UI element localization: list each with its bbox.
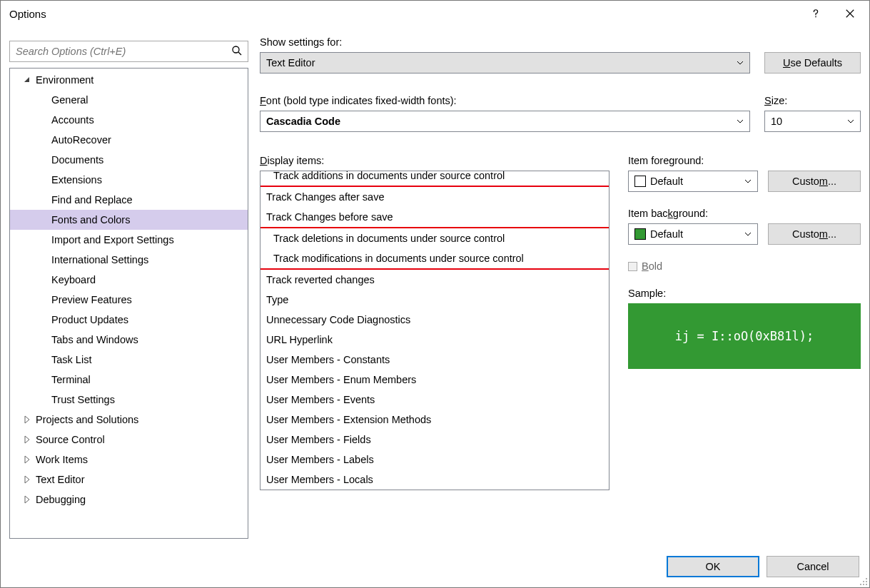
tree-item-label: Documents [51,154,103,166]
window-title: Options [9,8,46,20]
tree-item-preview-features[interactable]: Preview Features [10,290,248,310]
display-item[interactable]: Type [261,290,609,310]
use-defaults-button[interactable]: Use Defaults [764,52,861,74]
display-item[interactable]: User Members - Extension Methods [261,410,609,430]
tree-item-extensions[interactable]: Extensions [10,170,248,190]
tree-item-task-list[interactable]: Task List [10,350,248,370]
checkbox-icon [628,262,637,271]
custom-foreground-button[interactable]: Custom... [768,171,861,192]
display-item[interactable]: Track Changes before save [261,207,609,227]
tree-item-label: Keyboard [51,274,96,285]
custom-background-button[interactable]: Custom... [768,223,861,245]
display-item[interactable]: User Members - Labels [261,450,609,470]
help-icon [811,9,821,19]
tree-item-label: Work Items [36,454,88,465]
tree-item-accounts[interactable]: Accounts [10,110,248,130]
tree-item-label: Task List [51,354,91,365]
expander-closed-icon[interactable] [23,415,31,424]
display-item[interactable]: User Members - Fields [261,430,609,450]
display-items-listbox[interactable]: Tracepoint (Error)Tracepoint (Warning)Tr… [260,171,609,490]
item-foreground-dropdown[interactable]: Default [628,171,758,192]
tree-item-label: Source Control [36,434,105,445]
display-item[interactable]: User Members - Locals [261,470,609,490]
tree-item-tabs-and-windows[interactable]: Tabs and Windows [10,330,248,350]
display-item[interactable]: Track deletions in documents under sourc… [268,228,602,248]
tree-item-source-control[interactable]: Source Control [10,430,248,450]
expander-closed-icon[interactable] [23,435,31,444]
show-settings-value: Text Editor [266,57,315,69]
tree-item-projects-and-solutions[interactable]: Projects and Solutions [10,410,248,430]
display-item[interactable]: User Members - Constants [261,350,609,370]
item-background-label: Item background: [628,208,861,219]
tree-item-terminal[interactable]: Terminal [10,370,248,390]
svg-point-5 [863,584,864,585]
tree-item-trust-settings[interactable]: Trust Settings [10,390,248,410]
foreground-swatch [634,176,646,187]
tree-item-environment[interactable]: Environment [10,70,248,90]
tree-item-label: AutoRecover [51,134,111,146]
bold-checkbox[interactable]: Bold [628,260,861,272]
expander-closed-icon[interactable] [23,455,31,464]
tree-item-product-updates[interactable]: Product Updates [10,310,248,330]
tree-item-international-settings[interactable]: International Settings [10,250,248,270]
tree-item-fonts-and-colors[interactable]: Fonts and Colors [10,210,248,230]
tree-item-label: Projects and Solutions [36,414,138,425]
font-dropdown[interactable]: Cascadia Code [260,111,750,132]
item-background-dropdown[interactable]: Default [628,223,758,245]
display-item[interactable]: Track modifications in documents under s… [268,248,602,268]
tree-item-documents[interactable]: Documents [10,150,248,170]
expander-closed-icon[interactable] [23,495,31,504]
highlighted-group: Track additions in documents under sourc… [260,171,609,187]
help-button[interactable] [799,3,832,24]
expander-closed-icon[interactable] [23,475,31,484]
size-dropdown[interactable]: 10 [764,111,861,132]
show-settings-dropdown[interactable]: Text Editor [260,52,750,74]
color-controls: Item foreground: Default Custom... [628,155,861,369]
tree-item-autorecover[interactable]: AutoRecover [10,130,248,150]
tree-item-label: Extensions [51,174,102,186]
close-button[interactable] [834,3,866,24]
chevron-down-icon [737,61,744,65]
item-foreground-label: Item foreground: [628,155,861,166]
svg-point-4 [860,584,861,585]
item-foreground-value: Default [650,176,683,187]
display-item[interactable]: Track Changes after save [261,187,609,207]
search-icon [231,45,243,56]
expander-open-icon[interactable] [23,76,31,84]
tree-item-import-and-export-settings[interactable]: Import and Export Settings [10,230,248,250]
sample-text: ij = I::oO(0xB81l); [675,329,814,343]
display-item[interactable]: Track reverted changes [261,270,609,290]
cancel-button[interactable]: Cancel [767,556,859,577]
display-item[interactable]: URL Hyperlink [261,330,609,350]
options-tree[interactable]: EnvironmentGeneralAccountsAutoRecoverDoc… [9,68,248,539]
display-item[interactable]: User Members - Events [261,390,609,410]
tree-item-label: Accounts [51,114,94,126]
chevron-down-icon [744,179,752,183]
size-label: Size: [764,95,861,106]
ok-button[interactable]: OK [667,556,759,577]
bold-label: Bold [642,260,662,272]
display-items-label: Display items: [260,155,609,166]
tree-item-general[interactable]: General [10,90,248,110]
tree-item-label: Terminal [51,374,91,385]
font-value: Cascadia Code [266,116,340,127]
resize-grip-icon[interactable] [858,576,868,586]
background-swatch [634,228,646,240]
tree-item-find-and-replace[interactable]: Find and Replace [10,190,248,210]
svg-point-1 [866,578,867,579]
tree-item-keyboard[interactable]: Keyboard [10,270,248,290]
tree-item-label: Find and Replace [51,194,133,206]
svg-point-6 [866,584,867,585]
display-item[interactable]: User Members - Enum Members [261,370,609,390]
display-item[interactable]: Track additions in documents under sourc… [268,171,602,186]
titlebar: Options [1,1,869,26]
chevron-down-icon [737,119,744,123]
display-item[interactable]: Unnecessary Code Diagnostics [261,310,609,330]
tree-item-debugging[interactable]: Debugging [10,490,248,510]
tree-item-text-editor[interactable]: Text Editor [10,470,248,490]
size-value: 10 [771,116,782,127]
search-input[interactable] [9,41,248,62]
svg-point-0 [233,46,239,53]
titlebar-controls [799,3,866,24]
tree-item-work-items[interactable]: Work Items [10,450,248,470]
